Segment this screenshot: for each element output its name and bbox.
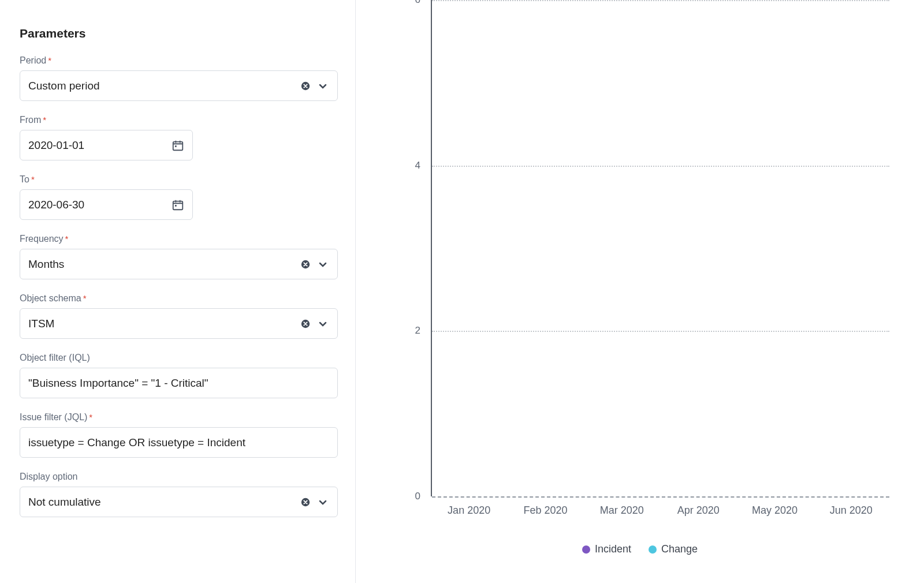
legend-item-incident[interactable]: Incident — [582, 543, 631, 555]
period-value: Custom period — [28, 80, 299, 92]
legend-label: Incident — [595, 543, 631, 555]
required-indicator: * — [31, 174, 35, 184]
x-label: Feb 2020 — [523, 504, 567, 517]
chevron-down-icon[interactable] — [316, 258, 329, 271]
calendar-icon[interactable] — [172, 199, 184, 211]
gridline — [432, 166, 889, 167]
x-label: Apr 2020 — [677, 504, 720, 517]
field-to: To* 2020-06-30 — [20, 174, 338, 220]
clear-icon[interactable] — [299, 317, 312, 330]
gridline — [432, 331, 889, 332]
to-date-input[interactable]: 2020-06-30 — [20, 189, 193, 220]
y-tick: 4 — [415, 160, 420, 171]
legend-swatch — [582, 545, 590, 554]
schema-select[interactable]: ITSM — [20, 308, 338, 339]
required-indicator: * — [83, 293, 87, 303]
field-from: From* 2020-01-01 — [20, 115, 338, 160]
calendar-icon[interactable] — [172, 139, 184, 152]
field-label-period: Period* — [20, 55, 338, 66]
period-select[interactable]: Custom period — [20, 70, 338, 101]
clear-icon[interactable] — [299, 80, 312, 92]
from-date-input[interactable]: 2020-01-01 — [20, 130, 193, 160]
svg-rect-4 — [175, 205, 177, 207]
display-opt-value: Not cumulative — [28, 496, 299, 509]
field-label-schema: Object schema* — [20, 293, 338, 304]
frequency-select[interactable]: Months — [20, 249, 338, 279]
field-schema: Object schema* ITSM — [20, 293, 338, 339]
chart-panel: 0246 Jan 2020Feb 2020Mar 2020Apr 2020May… — [356, 0, 924, 583]
x-label: May 2020 — [752, 504, 798, 517]
chevron-down-icon[interactable] — [316, 496, 329, 509]
y-axis: 0246 — [396, 0, 431, 496]
obj-filter-value: "Buisness Importance" = "1 - Critical" — [28, 377, 329, 390]
svg-rect-1 — [173, 141, 183, 150]
bars-layer — [432, 0, 889, 496]
to-value: 2020-06-30 — [28, 199, 172, 211]
field-frequency: Frequency* Months — [20, 234, 338, 279]
x-label: Mar 2020 — [600, 504, 644, 517]
field-label-from: From* — [20, 115, 338, 125]
x-axis-line — [432, 496, 889, 498]
gridline — [432, 0, 889, 1]
field-issue-filter: Issue filter (JQL)* issuetype = Change O… — [20, 412, 338, 458]
field-label-to: To* — [20, 174, 338, 185]
clear-icon[interactable] — [299, 496, 312, 509]
chart-area: 0246 — [396, 0, 889, 496]
issue-filter-value: issuetype = Change OR issuetype = Incide… — [28, 436, 329, 449]
x-axis-labels: Jan 2020Feb 2020Mar 2020Apr 2020May 2020… — [431, 504, 889, 518]
field-period: Period* Custom period — [20, 55, 338, 101]
required-indicator: * — [48, 55, 51, 65]
field-label-frequency: Frequency* — [20, 234, 338, 244]
field-label-issue-filter: Issue filter (JQL)* — [20, 412, 338, 423]
legend-swatch — [649, 545, 657, 554]
display-opt-select[interactable]: Not cumulative — [20, 487, 338, 517]
clear-icon[interactable] — [299, 258, 312, 271]
y-tick: 6 — [415, 0, 420, 6]
obj-filter-input[interactable]: "Buisness Importance" = "1 - Critical" — [20, 368, 338, 398]
schema-value: ITSM — [28, 317, 299, 330]
svg-rect-2 — [175, 145, 177, 147]
field-label-display-opt: Display option — [20, 472, 338, 482]
chevron-down-icon[interactable] — [316, 317, 329, 330]
field-label-obj-filter: Object filter (IQL) — [20, 353, 338, 363]
legend-item-change[interactable]: Change — [649, 543, 698, 555]
required-indicator: * — [89, 412, 92, 422]
x-label: Jan 2020 — [448, 504, 490, 517]
legend-label: Change — [661, 543, 698, 555]
y-tick: 0 — [415, 491, 420, 502]
parameters-panel: Parameters Period* Custom period — [0, 0, 356, 583]
chevron-down-icon[interactable] — [316, 80, 329, 92]
chart-legend: IncidentChange — [356, 543, 924, 555]
required-indicator: * — [43, 115, 46, 125]
svg-rect-3 — [173, 201, 183, 210]
issue-filter-input[interactable]: issuetype = Change OR issuetype = Incide… — [20, 427, 338, 458]
plot-area — [431, 0, 889, 496]
x-label: Jun 2020 — [830, 504, 873, 517]
required-indicator: * — [65, 234, 69, 244]
field-obj-filter: Object filter (IQL) "Buisness Importance… — [20, 353, 338, 398]
field-display-opt: Display option Not cumulative — [20, 472, 338, 517]
parameters-title: Parameters — [20, 27, 338, 40]
from-value: 2020-01-01 — [28, 139, 172, 152]
frequency-value: Months — [28, 258, 299, 271]
y-tick: 2 — [415, 325, 420, 337]
